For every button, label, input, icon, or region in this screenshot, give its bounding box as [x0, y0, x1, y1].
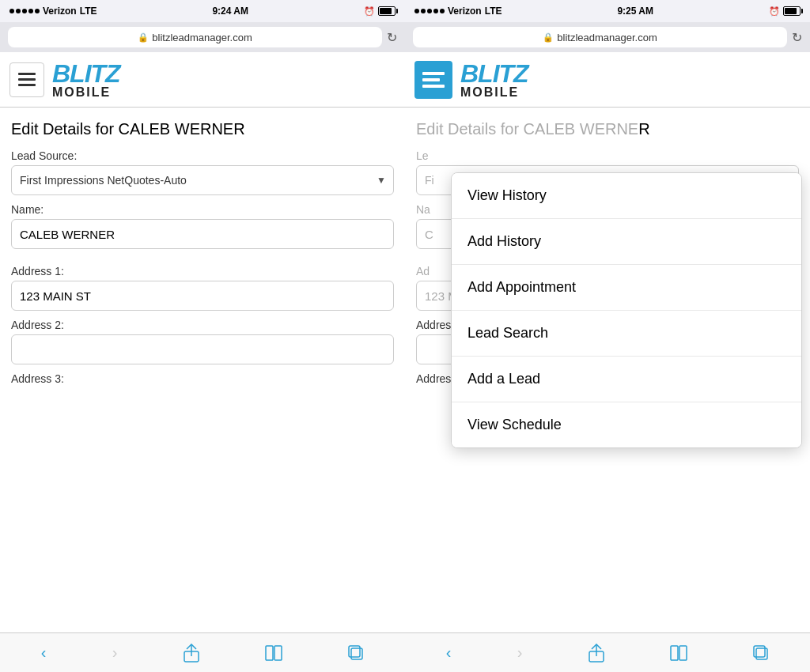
share-button-right[interactable]: [579, 639, 614, 667]
lead-source-wrapper-left: First Impressions NetQuotes-Auto ▼: [11, 165, 394, 195]
lock-icon-right: 🔒: [543, 32, 554, 43]
address3-label-left: Address 3:: [11, 372, 394, 385]
page-title-left: Edit Details for CALEB WERNER: [11, 120, 394, 138]
name-input-left[interactable]: [11, 219, 394, 249]
url-bar-right: 🔒 blitzleadmanager.com ↻: [405, 22, 810, 52]
logo-mobile-left: MOBILE: [52, 86, 111, 99]
address1-input-left[interactable]: [11, 281, 394, 311]
logo-blitz-right: BLITZ: [460, 61, 528, 86]
status-bar-right: Verizon LTE 9:25 AM ⏰: [405, 0, 810, 22]
lead-source-label-left: Lead Source:: [11, 149, 394, 162]
tabs-button-left[interactable]: [339, 640, 373, 666]
svg-rect-4: [349, 646, 360, 657]
svg-rect-6: [671, 646, 678, 660]
address1-label-left: Address 1:: [11, 265, 394, 277]
address2-label-left: Address 2:: [11, 319, 394, 331]
dropdown-item-view-history[interactable]: View History: [452, 173, 801, 219]
dropdown-arrow: [494, 172, 507, 173]
alarm-icon-left: ⏰: [364, 6, 375, 17]
svg-rect-9: [754, 646, 765, 657]
time-right: 9:25 AM: [617, 6, 653, 17]
alarm-icon-right: ⏰: [769, 6, 780, 17]
logo-icon-box-right: [414, 61, 452, 99]
lead-source-label-right: Le: [416, 149, 799, 162]
back-button-left[interactable]: ‹: [32, 639, 56, 666]
hamburger-button-left[interactable]: [9, 62, 44, 97]
svg-rect-1: [266, 646, 273, 660]
carrier-name-left: Verizon: [43, 6, 77, 17]
battery-right: [783, 6, 801, 16]
app-header-left: BLITZ MOBILE: [0, 52, 405, 108]
signal-dots-right: [414, 9, 445, 13]
dropdown-item-add-history[interactable]: Add History: [452, 219, 801, 265]
app-header-right: BLITZ MOBILE: [405, 52, 810, 108]
carrier-name-right: Verizon: [448, 6, 482, 17]
url-bar-left: 🔒 blitzleadmanager.com ↻: [0, 22, 405, 52]
carrier-info-left: Verizon LTE: [9, 6, 97, 17]
bookmarks-button-right[interactable]: [660, 640, 697, 666]
svg-rect-7: [679, 646, 687, 660]
svg-rect-2: [274, 646, 282, 660]
left-phone-panel: Verizon LTE 9:24 AM ⏰ 🔒 blitzleadmanager…: [0, 0, 405, 672]
form-left: Edit Details for CALEB WERNER Lead Sourc…: [0, 108, 405, 632]
address2-input-left[interactable]: [11, 334, 394, 364]
battery-left: [378, 6, 396, 16]
forward-button-left[interactable]: ›: [103, 639, 127, 666]
status-right-left: ⏰: [364, 6, 396, 17]
logo-right: BLITZ MOBILE: [460, 61, 528, 99]
bottom-nav-right: ‹ ›: [405, 632, 810, 672]
logo-left: BLITZ MOBILE: [52, 61, 120, 99]
svg-rect-8: [756, 648, 767, 659]
lock-icon-left: 🔒: [138, 32, 149, 43]
status-bar-left: Verizon LTE 9:24 AM ⏰: [0, 0, 405, 22]
url-text-left: blitzleadmanager.com: [152, 32, 252, 43]
carrier-info-right: Verizon LTE: [414, 6, 502, 17]
dropdown-menu: View History Add History Add Appointment…: [451, 172, 802, 448]
right-phone-wrapper: Verizon LTE 9:25 AM ⏰ 🔒 blitzleadmanager…: [405, 0, 810, 672]
dropdown-item-add-lead[interactable]: Add a Lead: [452, 357, 801, 402]
share-button-left[interactable]: [174, 639, 209, 667]
tabs-button-right[interactable]: [744, 640, 778, 666]
reload-button-left[interactable]: ↻: [387, 30, 397, 45]
signal-dots-left: [9, 9, 40, 13]
dropdown-item-view-schedule[interactable]: View Schedule: [452, 402, 801, 447]
bookmarks-button-left[interactable]: [255, 640, 292, 666]
url-text-right: blitzleadmanager.com: [557, 32, 657, 43]
logo-blitz-left: BLITZ: [52, 61, 120, 86]
network-type-left: LTE: [80, 6, 97, 17]
url-input-right[interactable]: 🔒 blitzleadmanager.com: [413, 27, 787, 47]
network-type-right: LTE: [485, 6, 502, 17]
status-right-right: ⏰: [769, 6, 801, 17]
forward-button-right[interactable]: ›: [508, 639, 532, 666]
bottom-nav-left: ‹ ›: [0, 632, 405, 672]
back-button-right[interactable]: ‹: [437, 639, 461, 666]
svg-rect-3: [351, 648, 362, 659]
name-label-left: Name:: [11, 203, 394, 216]
dropdown-item-add-appointment[interactable]: Add Appointment: [452, 265, 801, 311]
url-input-left[interactable]: 🔒 blitzleadmanager.com: [8, 27, 382, 47]
logo-mobile-right: MOBILE: [460, 86, 519, 99]
reload-button-right[interactable]: ↻: [792, 30, 802, 45]
dropdown-item-lead-search[interactable]: Lead Search: [452, 311, 801, 357]
page-title-right: Edit Details for CALEB WERNER: [416, 120, 799, 138]
time-left: 9:24 AM: [212, 6, 248, 17]
lead-source-select-left[interactable]: First Impressions NetQuotes-Auto: [11, 165, 394, 195]
